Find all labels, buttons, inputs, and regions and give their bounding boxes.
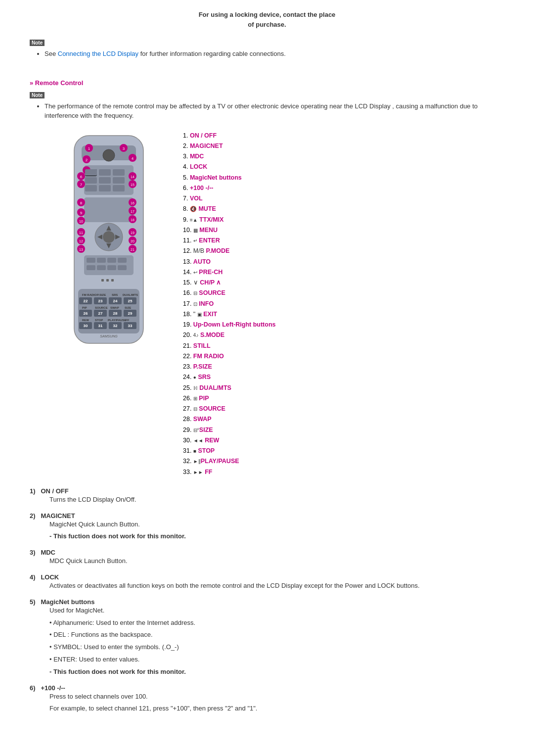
desc-body-5: Used for MagicNet. • Alphanumeric: Used … xyxy=(49,606,504,677)
svg-text:SOURCE: SOURCE xyxy=(95,306,108,309)
remote-label-4: 4. LOCK xyxy=(183,162,504,172)
desc-title-5: MagicNet buttons xyxy=(41,598,94,606)
svg-text:18: 18 xyxy=(131,218,134,222)
svg-text:6: 6 xyxy=(80,175,83,179)
svg-rect-64 xyxy=(87,258,95,263)
svg-rect-66 xyxy=(107,258,116,263)
remote-label-12: 12. M/B P.MODE xyxy=(183,246,504,256)
svg-rect-22 xyxy=(99,185,111,191)
svg-text:10: 10 xyxy=(79,220,83,223)
svg-rect-68 xyxy=(87,265,95,270)
remote-label-6: 6. +100 -/-- xyxy=(183,183,504,193)
svg-text:26: 26 xyxy=(84,311,88,316)
svg-text:32: 32 xyxy=(113,324,118,328)
svg-text:23: 23 xyxy=(98,299,103,303)
svg-rect-32 xyxy=(84,197,134,222)
svg-text:1: 1 xyxy=(88,146,90,151)
svg-text:13: 13 xyxy=(79,248,83,251)
svg-rect-20 xyxy=(113,177,125,184)
remote-label-5: 5. MagicNet buttons xyxy=(183,173,504,183)
svg-text:11: 11 xyxy=(79,231,83,235)
svg-text:28: 28 xyxy=(113,311,118,316)
svg-text:SRS: SRS xyxy=(112,293,118,296)
desc-title-6: +100 -/-- xyxy=(41,684,65,692)
svg-rect-65 xyxy=(97,258,106,263)
desc-num-1: 1) xyxy=(30,487,36,495)
remote-label-32: 32. ►‖PLAY/PAUSE xyxy=(183,456,504,467)
note-box-2: Note xyxy=(30,92,504,98)
svg-rect-21 xyxy=(85,185,97,191)
svg-text:FF: FF xyxy=(126,319,130,322)
desc-body-3: MDC Quick Launch Button. xyxy=(49,556,504,567)
svg-text:PIP: PIP xyxy=(82,306,87,309)
desc-num-2: 2) xyxy=(30,512,36,520)
remote-label-13: 13. AUTO xyxy=(183,257,504,267)
remote-label-24: 24. ● SRS xyxy=(183,372,504,382)
svg-text:PLAY/PAUSE: PLAY/PAUSE xyxy=(108,319,126,322)
note-bullet-1: See Connecting the LCD Display for furth… xyxy=(44,49,504,59)
svg-rect-18 xyxy=(85,177,97,184)
svg-text:4: 4 xyxy=(132,156,134,161)
note-icon-2: Note xyxy=(30,92,44,98)
svg-text:7: 7 xyxy=(80,183,83,187)
desc-item-5: 5) MagicNet buttons Used for MagicNet. •… xyxy=(30,598,504,677)
desc-title-4: LOCK xyxy=(41,573,59,581)
desc-body-1: Turns the LCD Display On/Off. xyxy=(49,495,504,505)
svg-rect-15 xyxy=(85,169,97,176)
remote-label-3: 3. MDC xyxy=(183,151,504,162)
remote-labels-list: 1. ON / OFF 2. MAGICNET 3. MDC 4. LOCK 5… xyxy=(183,131,504,477)
remote-label-17: 17. ⊡ INFO xyxy=(183,299,504,309)
remote-label-33: 33. ►► FF xyxy=(183,467,504,477)
remote-label-9: 9. ≡▲ TTX/MIX xyxy=(183,215,504,225)
desc-num-5: 5) xyxy=(30,598,36,606)
svg-rect-19 xyxy=(99,177,111,184)
remote-label-22: 22. FM RADIO xyxy=(183,351,504,362)
svg-text:SWAP: SWAP xyxy=(110,306,119,309)
remote-svg: 1 3 4 2 5 xyxy=(59,131,158,368)
svg-text:2: 2 xyxy=(86,158,88,162)
svg-text:P.SIZE: P.SIZE xyxy=(97,293,106,296)
svg-text:FM RADIO: FM RADIO xyxy=(82,293,97,296)
svg-point-2 xyxy=(103,149,115,161)
svg-rect-67 xyxy=(118,258,127,263)
remote-label-14: 14. ↩ PRE-CH xyxy=(183,267,504,278)
svg-text:SAMSUNG: SAMSUNG xyxy=(100,334,118,338)
remote-label-23: 23. P.SIZE xyxy=(183,362,504,372)
note-bullet-2: The performance of the remote control ma… xyxy=(44,101,504,121)
svg-rect-71 xyxy=(118,265,127,270)
svg-text:16: 16 xyxy=(131,201,134,205)
lcd-display-link[interactable]: Connecting the LCD Display xyxy=(58,50,138,57)
desc-body-6: Press to select channels over 100. For e… xyxy=(49,692,504,714)
desc-item-4: 4) LOCK Activates or deactivates all fun… xyxy=(30,573,504,591)
remote-label-18: 18. " ▣ EXIT xyxy=(183,309,504,320)
remote-label-31: 31. ■ STOP xyxy=(183,446,504,456)
svg-text:14: 14 xyxy=(131,175,134,179)
svg-rect-69 xyxy=(97,265,106,270)
svg-text:REW: REW xyxy=(82,319,89,322)
desc-body-2: MagicNet Quick Launch Button. - This fuc… xyxy=(49,520,504,542)
svg-text:15: 15 xyxy=(131,183,134,187)
svg-point-46 xyxy=(103,231,115,243)
remote-label-25: 25. ℍ DUAL/MTS xyxy=(183,383,504,393)
svg-text:DUAL/MTS: DUAL/MTS xyxy=(123,293,138,296)
svg-text:3: 3 xyxy=(123,146,125,151)
svg-text:31: 31 xyxy=(98,324,103,328)
desc-item-3: 3) MDC MDC Quick Launch Button. xyxy=(30,549,504,567)
svg-text:33: 33 xyxy=(128,324,133,328)
svg-text:SIZE: SIZE xyxy=(125,306,131,309)
svg-text:22: 22 xyxy=(84,299,88,303)
remote-label-1: 1. ON / OFF xyxy=(183,131,504,141)
remote-label-2: 2. MAGICNET xyxy=(183,141,504,151)
remote-label-19: 19. Up-Down Left-Right buttons xyxy=(183,320,504,330)
svg-rect-74 xyxy=(111,279,114,282)
desc-title-2: MAGICNET xyxy=(41,512,75,520)
remote-label-28: 28. SWAP xyxy=(183,414,504,425)
desc-title-1: ON / OFF xyxy=(41,487,68,495)
svg-text:12: 12 xyxy=(79,239,83,243)
svg-text:9: 9 xyxy=(80,211,83,215)
desc-item-2: 2) MAGICNET MagicNet Quick Launch Button… xyxy=(30,512,504,542)
top-note: For using a locking device, contact the … xyxy=(30,10,504,29)
remote-label-7: 7. VOL xyxy=(183,193,504,204)
note-icon-1: Note xyxy=(30,40,44,46)
descriptions-section: 1) ON / OFF Turns the LCD Display On/Off… xyxy=(30,487,504,714)
